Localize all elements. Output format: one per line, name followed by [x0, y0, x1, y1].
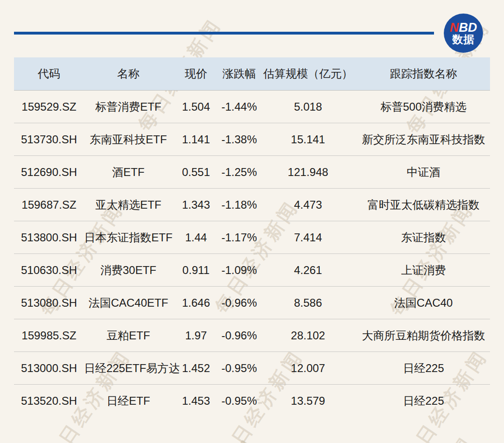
column-header-index: 跟踪指数名称 — [357, 66, 490, 81]
cell-code: 159687.SZ — [14, 198, 84, 211]
cell-name: 日经225ETF易方达 — [84, 361, 173, 376]
table-row: 159529.SZ标普消费ETF1.504-1.44%5.018标普500消费精… — [14, 91, 490, 123]
table-row: 513080.SH法国CAC40ETF1.646-0.96%8.586法国CAC… — [14, 287, 490, 319]
cell-price: 1.44 — [173, 231, 219, 244]
page: 每日经济新闻 每日经济新闻 每日经济新闻 每日经济新闻 每日经济新闻 每日经济新… — [0, 0, 504, 443]
cell-code: 159529.SZ — [14, 100, 84, 113]
cell-scale: 7.414 — [259, 231, 357, 244]
table-row: 510630.SH消费30ETF0.911-1.09%4.261上证消费 — [14, 254, 490, 287]
cell-price: 1.453 — [173, 394, 219, 408]
cell-change: -1.17% — [219, 231, 259, 244]
cell-code: 513730.SH — [14, 133, 84, 146]
cell-change: -1.38% — [219, 133, 259, 146]
table-row: 512690.SH酒ETF0.551-1.25%121.948中证酒 — [14, 156, 490, 189]
cell-name: 标普消费ETF — [84, 99, 173, 114]
cell-code: 513080.SH — [14, 296, 84, 309]
cell-name: 法国CAC40ETF — [84, 295, 173, 310]
cell-name: 日本东证指数ETF — [84, 230, 173, 245]
table-row: 159687.SZ亚太精选ETF1.343-1.18%4.473富时亚太低碳精选… — [14, 189, 490, 221]
cell-index: 上证消费 — [357, 263, 490, 278]
column-header-scale: 估算规模（亿元） — [259, 66, 357, 81]
cell-change: -0.96% — [219, 329, 259, 342]
cell-index: 中证酒 — [357, 165, 490, 180]
column-header-price: 现价 — [173, 66, 219, 81]
watermark-text: 每日经济新闻 — [167, 433, 262, 443]
cell-scale: 4.261 — [259, 264, 357, 277]
cell-price: 1.504 — [173, 100, 219, 113]
cell-scale: 12.007 — [259, 362, 357, 375]
cell-code: 512690.SH — [14, 166, 84, 179]
table-body: 159529.SZ标普消费ETF1.504-1.44%5.018标普500消费精… — [14, 91, 490, 417]
cell-name: 豆粕ETF — [84, 328, 173, 343]
cell-index: 大商所豆粕期货价格指数 — [357, 328, 490, 343]
table-row: 513730.SH东南亚科技ETF1.141-1.38%15.141新交所泛东南… — [14, 123, 490, 156]
cell-price: 1.452 — [173, 362, 219, 375]
cell-change: -1.18% — [219, 198, 259, 211]
column-header-code: 代码 — [14, 66, 84, 81]
cell-scale: 5.018 — [259, 100, 357, 113]
cell-index: 标普500消费精选 — [357, 99, 490, 114]
cell-index: 东证指数 — [357, 230, 490, 245]
cell-scale: 13.579 — [259, 394, 357, 408]
cell-name: 酒ETF — [84, 165, 173, 180]
nbd-logo-subtitle: 数据 — [452, 34, 475, 45]
cell-change: -1.25% — [219, 166, 259, 179]
cell-name: 日经ETF — [84, 394, 173, 408]
table-header-row: 代码 名称 现价 涨跌幅 估算规模（亿元） 跟踪指数名称 — [14, 57, 490, 91]
nbd-logo-n: N — [450, 21, 459, 35]
cell-change: -0.96% — [219, 296, 259, 309]
nbd-logo-bd: BD — [459, 21, 477, 35]
cell-index: 新交所泛东南亚科技指数 — [357, 132, 490, 147]
cell-name: 东南亚科技ETF — [84, 132, 173, 147]
cell-price: 0.911 — [173, 264, 219, 277]
watermark-text: 每日经济新闻 — [384, 431, 479, 443]
table-row: 513000.SH日经225ETF易方达1.452-0.95%12.007日经2… — [14, 352, 490, 385]
cell-scale: 15.141 — [259, 133, 357, 146]
nbd-logo-text: NBD — [450, 21, 477, 35]
cell-name: 亚太精选ETF — [84, 197, 173, 212]
header-divider-line — [14, 32, 434, 35]
table-row: 159985.SZ豆粕ETF1.97-0.96%28.102大商所豆粕期货价格指… — [14, 319, 490, 352]
cell-index: 日经225 — [357, 361, 490, 376]
cell-code: 513000.SH — [14, 362, 84, 375]
cell-price: 0.551 — [173, 166, 219, 179]
cell-change: -1.09% — [219, 264, 259, 277]
table-row: 513800.SH日本东证指数ETF1.44-1.17%7.414东证指数 — [14, 221, 490, 254]
column-header-change: 涨跌幅 — [219, 66, 259, 81]
cell-index: 富时亚太低碳精选指数 — [357, 197, 490, 212]
cell-index: 日经225 — [357, 394, 490, 408]
cell-scale: 28.102 — [259, 329, 357, 342]
cell-code: 159985.SZ — [14, 329, 84, 342]
nbd-logo: NBD 数据 — [444, 14, 483, 53]
cell-change: -1.44% — [219, 100, 259, 113]
cell-code: 510630.SH — [14, 264, 84, 277]
cell-name: 消费30ETF — [84, 263, 173, 278]
cell-price: 1.141 — [173, 133, 219, 146]
cell-change: -0.95% — [219, 394, 259, 408]
cell-scale: 4.473 — [259, 198, 357, 211]
table-row: 513520.SH日经ETF1.453-0.95%13.579日经225 — [14, 385, 490, 417]
column-header-name: 名称 — [84, 66, 173, 81]
cell-price: 1.343 — [173, 198, 219, 211]
cell-index: 法国CAC40 — [357, 295, 490, 310]
etf-table: 代码 名称 现价 涨跌幅 估算规模（亿元） 跟踪指数名称 159529.SZ标普… — [14, 57, 490, 417]
cell-price: 1.97 — [173, 329, 219, 342]
cell-code: 513520.SH — [14, 394, 84, 408]
cell-scale: 121.948 — [259, 166, 357, 179]
cell-price: 1.646 — [173, 296, 219, 309]
cell-code: 513800.SH — [14, 231, 84, 244]
cell-change: -0.95% — [219, 362, 259, 375]
cell-scale: 8.586 — [259, 296, 357, 309]
